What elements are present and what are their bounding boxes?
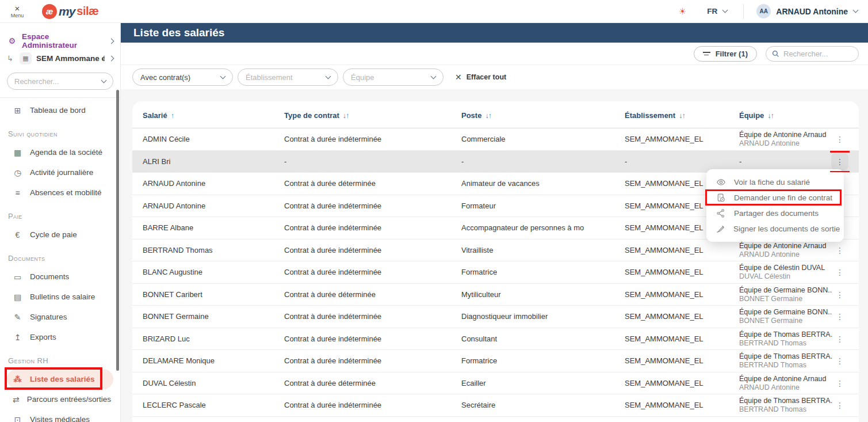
sidebar-item-cycle-de-paie[interactable]: €Cycle de paie xyxy=(7,225,113,245)
language-selector-label[interactable]: FR xyxy=(707,7,717,16)
sort-icon[interactable]: ↓↑ xyxy=(343,112,349,120)
sidebar-search-placeholder: Rechercher... xyxy=(14,77,102,86)
avatar[interactable]: AA xyxy=(756,4,771,18)
cell-position: Formatrice xyxy=(461,350,621,372)
sidebar-item-admin-space[interactable]: ⚙ Espace Administrateur xyxy=(7,32,113,50)
sidebar-item-label: Absences et mobilité xyxy=(30,188,102,197)
sidebar-item-activit-journali-re[interactable]: ◷Activité journalière xyxy=(7,162,113,183)
cell-employee-name: BONNET Caribert xyxy=(143,284,281,306)
team-name: Équipe de Célestin DUVAL xyxy=(739,263,832,272)
kebab-menu-icon[interactable]: ⋮ xyxy=(836,268,844,277)
table-row[interactable]: BONNET CaribertContrat à durée déterminé… xyxy=(132,284,859,306)
sort-icon[interactable]: ↓↑ xyxy=(485,112,491,120)
table-row[interactable]: BRIZARD LucContrat à durée indéterminéeC… xyxy=(132,328,859,351)
kebab-menu-icon[interactable]: ⋮ xyxy=(836,334,844,344)
chevron-down-icon[interactable] xyxy=(722,7,728,13)
search-input[interactable] xyxy=(783,50,847,58)
sidebar-scrollbar[interactable] xyxy=(116,90,119,371)
table-header-row: Salarié↑Type de contrat↓↑Poste↓↑Établiss… xyxy=(132,101,859,128)
sidebar-search-select[interactable]: Rechercher... xyxy=(7,73,113,90)
sidebar-item-documents[interactable]: ▭Documents xyxy=(7,267,113,287)
kebab-menu-icon[interactable]: ⋮ xyxy=(836,356,844,366)
filter-dropdown-label: Établissement xyxy=(246,73,326,82)
kebab-menu-icon[interactable]: ⋮ xyxy=(836,401,844,410)
kebab-menu-icon[interactable]: ⋮ xyxy=(836,290,844,299)
table-row[interactable]: LECLERC PascaleContrat à durée indétermi… xyxy=(132,394,859,417)
sidebar-item-parcours-entr-es-sorties[interactable]: ⇄Parcours entrées/sorties xyxy=(7,389,113,409)
column-header-salari-[interactable]: Salarié↑ xyxy=(143,111,174,120)
column-header--tablissement[interactable]: Établissement↓↑ xyxy=(625,111,685,120)
row-actions-kebab-button[interactable]: ⋮ xyxy=(831,153,848,170)
column-header--quipe[interactable]: Équipe↓↑ xyxy=(739,111,774,120)
table-row[interactable]: ADMIN CécileContrat à durée indéterminée… xyxy=(132,128,859,151)
contract-end-icon xyxy=(716,193,726,203)
cell-team: Équipe de Antonine ArnaudARNAUD Antonine xyxy=(739,128,832,150)
table-row[interactable]: DELAMARE MoniqueContrat à durée indéterm… xyxy=(132,350,859,372)
cell-position: Diagnostiqueur immobilier xyxy=(461,306,621,328)
menu-item-signer-les-documents-de-sortie[interactable]: Signer les documents de sortie xyxy=(706,221,844,237)
building-icon: ▦ xyxy=(20,52,32,64)
kebab-menu-icon[interactable]: ⋮ xyxy=(836,379,844,388)
sidebar-item-signatures[interactable]: ✎Signatures xyxy=(7,307,113,327)
sidebar-item-bulletins-de-salaire[interactable]: ▤Bulletins de salaire xyxy=(7,287,113,307)
column-header-type-de-contrat[interactable]: Type de contrat↓↑ xyxy=(284,111,349,120)
cell-actions: ⋮ xyxy=(830,261,850,283)
table-row[interactable]: DUVAL CélestinContrat à durée déterminée… xyxy=(132,372,859,395)
filter-icon xyxy=(703,52,710,55)
table-row[interactable]: BONNET GermaineContrat à durée indétermi… xyxy=(132,306,859,328)
user-menu-name[interactable]: ARNAUD Antonine xyxy=(776,7,848,16)
team-name: Équipe de Thomas BERTRA... xyxy=(739,330,832,339)
clear-filters-button[interactable]: ✕Effacer tout xyxy=(455,73,506,82)
euro-icon: € xyxy=(13,230,22,239)
sidebar-item-exports[interactable]: ↥Exports xyxy=(7,327,113,347)
sidebar-item-agenda-de-la-soci-t-[interactable]: ▦Agenda de la société xyxy=(7,142,113,162)
kebab-menu-icon[interactable]: ⋮ xyxy=(836,246,844,255)
cell-position: Formateur xyxy=(461,195,621,217)
filter-button[interactable]: Filtrer (1) xyxy=(694,46,757,62)
menu-item-demander-une-fin-de-contrat[interactable]: Demander une fin de contrat xyxy=(706,190,844,206)
cell-position: Accompagnateur de personnes à mo xyxy=(461,217,621,239)
sidebar-item-liste-des-salari-s[interactable]: ⁂Liste des salariés xyxy=(7,369,113,389)
cell-team: Équipe de Thomas BERTRA...BERTRAND Thoma… xyxy=(739,394,832,416)
cell-contract-type: Contrat à durée déterminée xyxy=(284,284,457,306)
menu-item-partager-des-documents[interactable]: Partager des documents xyxy=(706,206,844,221)
filter-dropdown--tablissement[interactable]: Établissement xyxy=(238,69,338,86)
clipboard-icon: ⊡ xyxy=(13,415,22,422)
filter-dropdown--quipe[interactable]: Équipe xyxy=(343,69,443,86)
cell-establishment: SEM_AMMOMANE_EL xyxy=(625,306,735,328)
menu-item-voir-la-fiche-du-salari-[interactable]: Voir la fiche du salarié xyxy=(706,174,844,190)
person-arrow-icon: ⇄ xyxy=(13,395,20,404)
sidebar-item-absences-et-mobilit-[interactable]: ≡Absences et mobilité xyxy=(7,183,113,203)
cell-employee-name: BRIZARD Luc xyxy=(143,328,281,350)
cell-actions: ⋮ xyxy=(830,394,850,416)
filter-dropdown-avec-contrat-s-[interactable]: Avec contrat(s) xyxy=(132,69,233,86)
chevron-down-icon xyxy=(326,73,331,79)
sidebar-item-label: Parcours entrées/sorties xyxy=(27,395,111,404)
cell-employee-name: BLANC Augustine xyxy=(143,261,281,283)
brand-suffix: silæ xyxy=(77,5,98,18)
top-bar: × Menu æ my silæ ☀ FR AA ARNAUD Antonine xyxy=(0,0,868,23)
kebab-menu-icon[interactable]: ⋮ xyxy=(836,135,844,144)
table-row[interactable]: BLANC AugustineContrat à durée indétermi… xyxy=(132,261,859,284)
sidebar-item-tableau-de-bord[interactable]: ⊞Tableau de bord xyxy=(7,100,113,120)
team-manager: ARNAUD Antonine xyxy=(739,139,832,148)
sort-icon[interactable]: ↑ xyxy=(171,112,174,120)
sort-icon[interactable]: ↓↑ xyxy=(767,112,774,120)
theme-sun-icon[interactable]: ☀ xyxy=(679,6,686,17)
sidebar-item-visites-m-dicales[interactable]: ⊡Visites médicales xyxy=(7,409,113,422)
team-name: Équipe de Germaine BONN... xyxy=(739,307,832,317)
cell-employee-name: DUVAL Célestin xyxy=(143,372,281,394)
kebab-menu-icon[interactable]: ⋮ xyxy=(836,312,844,321)
table-row[interactable]: BERTRAND ThomasContrat à durée indétermi… xyxy=(132,239,859,262)
sidebar-item-label: Cycle de paie xyxy=(30,230,77,239)
cell-team: Équipe de Antonine ArnaudARNAUD Antonine xyxy=(739,372,832,394)
sort-icon[interactable]: ↓↑ xyxy=(679,112,685,120)
team-manager: BONNET Germaine xyxy=(739,295,832,303)
cell-contract-type: Contrat à durée indéterminée xyxy=(284,328,457,350)
chevron-down-icon[interactable] xyxy=(853,7,859,13)
cell-contract-type: Contrat à durée indéterminée xyxy=(284,306,457,328)
menu-toggle-button[interactable]: × Menu xyxy=(7,5,27,18)
cell-contract-type: Contrat à durée indéterminée xyxy=(284,195,457,217)
column-header-poste[interactable]: Poste↓↑ xyxy=(461,111,491,120)
sidebar-item-company[interactable]: ↳ ▦ SEM Ammomane éléga... xyxy=(7,50,113,67)
